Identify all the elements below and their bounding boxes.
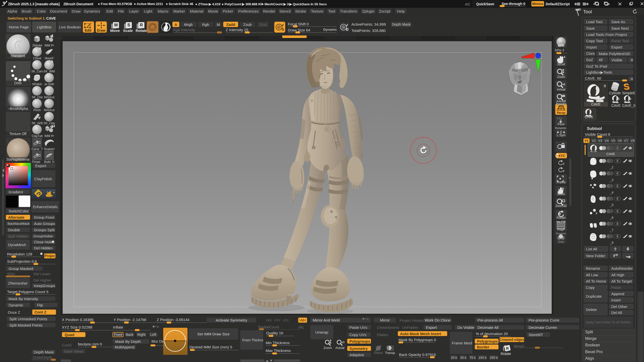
svg-text:x1: x1	[562, 83, 565, 86]
svg-text:D: D	[346, 27, 349, 31]
svg-text:R: R	[559, 212, 561, 216]
svg-text:x y z: x y z	[557, 117, 562, 119]
svg-text:x1: x1	[342, 341, 344, 344]
svg-text:Z: Z	[563, 169, 565, 172]
svg-text:Y: Y	[563, 162, 565, 165]
svg-text:S: S	[282, 27, 284, 31]
